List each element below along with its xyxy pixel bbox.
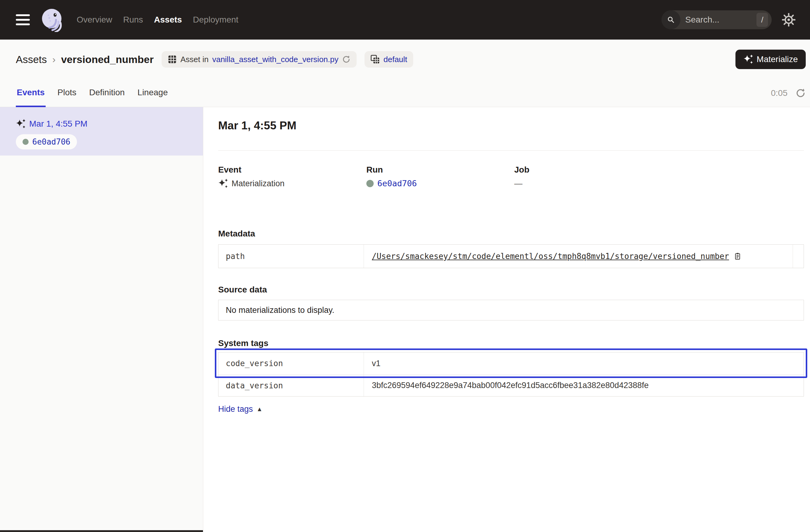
refresh-countdown: 0:05 xyxy=(771,88,788,98)
search-input[interactable] xyxy=(680,15,757,25)
metadata-heading: Metadata xyxy=(218,229,804,239)
tab-lineage[interactable]: Lineage xyxy=(136,79,169,107)
tab-plots[interactable]: Plots xyxy=(56,79,77,107)
tag-value: 3bfc269594ef649228e9a74bab00f042efc91d5a… xyxy=(364,375,804,396)
nav-item-assets[interactable]: Assets xyxy=(154,15,182,25)
sparkle-icon xyxy=(743,54,753,64)
dagster-logo[interactable] xyxy=(40,7,65,32)
repository-link[interactable]: default xyxy=(384,55,407,64)
tab-events[interactable]: Events xyxy=(16,79,46,107)
job-column-header: Job xyxy=(514,165,804,175)
tag-value: v1 xyxy=(364,352,804,374)
page-title: versioned_number xyxy=(61,53,154,65)
job-empty-value: — xyxy=(514,177,522,190)
primary-nav: Overview Runs Assets Deployment xyxy=(77,15,238,25)
hide-tags-link[interactable]: Hide tags ▲ xyxy=(218,404,263,414)
materialize-button[interactable]: Materialize xyxy=(735,50,806,69)
system-tags-table: code_version v1 data_version 3bfc269594e… xyxy=(218,352,804,397)
divider xyxy=(218,150,804,151)
run-status-dot xyxy=(366,180,374,187)
search-bar[interactable]: / xyxy=(662,10,772,29)
asset-tabs-bar: Events Plots Definition Lineage 0:05 xyxy=(0,79,810,107)
event-list-item[interactable]: Mar 1, 4:55 PM 6e0ad706 xyxy=(0,107,203,156)
refresh-icon[interactable] xyxy=(795,88,806,98)
chevron-right-icon: › xyxy=(52,54,56,64)
asset-chip-prefix: Asset in xyxy=(180,55,209,64)
table-row: data_version 3bfc269594ef649228e9a74bab0… xyxy=(218,374,804,396)
metadata-table: path /Users/smackesey/stm/code/elementl/… xyxy=(218,244,804,268)
breadcrumb: Assets › versioned_number xyxy=(16,53,154,65)
copy-icon[interactable] xyxy=(733,252,742,260)
search-icon xyxy=(662,10,680,29)
tag-key: code_version xyxy=(218,352,364,374)
event-detail-title: Mar 1, 4:55 PM xyxy=(218,119,804,133)
system-tags-heading: System tags xyxy=(218,338,804,349)
code-location-link[interactable]: vanilla_asset_with_code_version.py xyxy=(212,55,338,64)
tag-key: data_version xyxy=(218,375,364,396)
path-value-link[interactable]: /Users/smackesey/stm/code/elementl/oss/t… xyxy=(372,252,729,261)
source-data-heading: Source data xyxy=(218,285,804,295)
table-end-cell xyxy=(793,245,804,268)
top-nav: Overview Runs Assets Deployment / xyxy=(0,0,810,39)
event-type-value: Materialization xyxy=(231,177,285,190)
page-header: Assets › versioned_number Asset in vanil… xyxy=(0,39,810,79)
search-shortcut-key: / xyxy=(757,13,768,27)
materialization-sparkle-icon xyxy=(16,119,26,129)
event-detail-panel: Mar 1, 4:55 PM Event Materialization Run… xyxy=(203,107,810,532)
breadcrumb-assets-link[interactable]: Assets xyxy=(16,53,47,65)
event-run-badge[interactable]: 6e0ad706 xyxy=(16,134,77,149)
table-row: code_version v1 xyxy=(218,352,804,374)
nav-item-runs[interactable]: Runs xyxy=(123,15,143,25)
event-column-header: Event xyxy=(218,165,366,175)
reload-location-icon[interactable] xyxy=(342,55,351,64)
event-list-sidebar: Mar 1, 4:55 PM 6e0ad706 xyxy=(0,107,203,532)
table-row: path /Users/smackesey/stm/code/elementl/… xyxy=(218,245,804,268)
settings-gear-icon[interactable] xyxy=(782,13,795,27)
hamburger-menu-icon[interactable] xyxy=(16,14,30,25)
run-id-link[interactable]: 6e0ad706 xyxy=(377,177,417,190)
tab-definition[interactable]: Definition xyxy=(88,79,126,107)
repository-chip: default xyxy=(364,51,413,68)
metadata-key: path xyxy=(218,245,364,268)
event-timestamp-link[interactable]: Mar 1, 4:55 PM xyxy=(29,119,87,129)
source-data-empty-message: No materializations to display. xyxy=(218,300,804,321)
asset-location-chip: Asset in vanilla_asset_with_code_version… xyxy=(162,51,357,68)
collapse-arrow-icon: ▲ xyxy=(257,404,263,414)
nav-item-deployment[interactable]: Deployment xyxy=(193,15,238,25)
run-column-header: Run xyxy=(366,165,514,175)
asset-grid-icon xyxy=(168,55,177,64)
repository-icon xyxy=(371,55,380,64)
run-status-dot xyxy=(22,139,29,145)
bottom-panel-divider[interactable] xyxy=(0,530,203,532)
nav-item-overview[interactable]: Overview xyxy=(77,15,112,25)
materialization-sparkle-icon xyxy=(218,179,228,188)
